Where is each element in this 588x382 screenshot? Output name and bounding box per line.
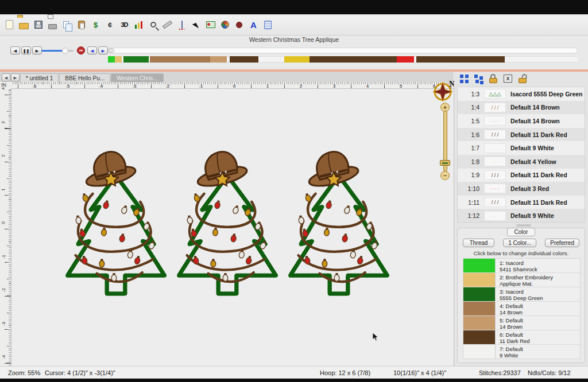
thread-row[interactable]: 1:9 / / / Default 11 Dark Red [458,169,585,182]
color-swatch[interactable] [463,287,496,301]
open-file-icon[interactable] [17,17,30,32]
panel-resize-handle[interactable] [516,224,531,227]
color-row[interactable]: 1: Isacord5411 Shamrock [463,259,580,273]
cent-resize-icon[interactable]: ¢ [103,17,117,32]
tab-scroll-left-icon[interactable]: ◀ [2,73,10,81]
thread-number: 1:6 [462,131,479,138]
3d-view-icon[interactable]: 3D [118,17,131,32]
ruler-left-label: -1 [1,254,6,258]
stitch-scrubber-track[interactable] [108,48,578,53]
stitch-color-bar[interactable] [108,56,578,63]
color-list: 1: Isacord5411 Shamrock 2: Brother Embro… [463,258,581,359]
color-swatch[interactable] [463,345,496,358]
playback-controls: ◀ ❚❚ ▶ ◀ ▶ [0,46,588,56]
thread-row[interactable]: 1:12 · · · Default 9 White [458,209,585,223]
tab-western-christmas[interactable]: Western Chris... [111,73,164,82]
color-segment [505,56,578,63]
color-swatch[interactable] [463,330,496,344]
thread-row[interactable]: 1:10 · · · Default 3 Red [458,182,585,196]
tab-untitled[interactable]: * untitled 1 [20,73,59,82]
speed-slider[interactable] [41,50,74,52]
color-row[interactable]: 6: Default11 Dark Red [463,330,580,345]
paste-icon[interactable] [75,17,88,32]
thread-thumbnail: · · · [484,211,506,221]
bottom-bar [0,379,588,382]
color-caption: Click below to change individual colors. [458,250,585,256]
canvas-zoom-slider[interactable]: + − [439,103,451,180]
step-forward-button[interactable]: ▶ [98,46,108,54]
thread-row[interactable]: 1:3 △△△ Isacord 5555 Deep Green [458,87,585,101]
save-icon[interactable] [32,17,45,32]
thread-button[interactable]: Thread [463,239,494,247]
status-zoom: Zoom: 55% [8,369,40,376]
thread-row[interactable]: 1:5 · · · Default 14 Brown [458,114,585,128]
thread-name: Default 14 Brown [510,118,560,124]
thread-row[interactable]: 1:11 / / / Default 11 Dark Red [458,196,585,209]
color-row[interactable]: 7: Default9 White [463,345,580,359]
zoom-slider-handle[interactable] [440,160,450,166]
delete-box-icon[interactable]: X [504,75,512,83]
notes-page-icon[interactable] [261,17,274,32]
color-group-icon[interactable] [460,75,463,78]
stitch-scrubber-thumb[interactable] [109,48,114,53]
one-color-button[interactable]: 1 Color... [503,239,536,247]
embroidery-design-3[interactable] [288,146,390,298]
thread-number: 1:5 [462,118,479,124]
color-swatch[interactable] [463,316,496,330]
status-stitches: Stitches:29337 [479,369,521,376]
unlock-icon[interactable] [518,73,527,84]
thread-spool-icon[interactable] [233,17,246,32]
color-row[interactable]: 2: Brother EmbroideryApplique Mat. [463,273,580,287]
color-row[interactable]: 5: Default14 Brown [463,316,580,330]
speed-slider-thumb[interactable] [62,48,68,54]
ruler-left-label: 1 [1,188,6,190]
color-swatch[interactable] [463,273,496,287]
status-hoop: Hoop: 12 x 6 (7/8) [320,369,370,376]
color-sequence-icon[interactable] [474,75,478,78]
thread-row[interactable]: 1:6 / / / Default 11 Dark Red [458,128,585,142]
image-frame-icon[interactable] [204,17,217,32]
lock-icon[interactable] [489,73,498,84]
machine-needle-icon[interactable] [175,17,188,32]
color-swatch[interactable] [463,302,496,315]
rewind-button[interactable]: ◀ [10,46,20,54]
color-row[interactable]: 3: Isacord5555 Deep Green [463,287,580,302]
pointer-icon[interactable] [189,17,203,32]
ruler-top-label: -3 [132,84,136,89]
thread-row[interactable]: 1:8 · · · Default 4 Yellow [458,155,585,169]
thread-row[interactable]: 1:4 / / / Default 14 Brown [458,101,585,115]
pause-button[interactable]: ❚❚ [21,46,31,54]
design-wheel-icon[interactable] [218,17,231,32]
print-icon[interactable] [46,17,59,32]
thread-row[interactable]: 1:7 · · · Default 9 White [458,141,585,155]
tab-scroll-right-icon[interactable]: ▶ [11,73,20,81]
zoom-out-button[interactable]: − [440,171,450,180]
design-canvas[interactable] [11,89,454,366]
ruler-top-label: 4 [366,84,369,89]
color-label: 4: Default14 Brown [496,302,580,315]
zoom-icon[interactable] [146,17,160,32]
copy-icon[interactable] [60,17,74,32]
color-label: 7: Default9 White [496,345,580,358]
embroidery-design-2[interactable] [176,146,278,298]
color-swatch[interactable] [463,259,496,272]
lettering-icon[interactable]: A [247,17,260,32]
play-button[interactable]: ▶ [32,46,42,54]
measure-icon[interactable] [161,17,174,32]
step-back-button[interactable]: ◀ [87,46,97,54]
embroidery-design-1[interactable] [65,146,167,298]
mouse-cursor [372,333,379,342]
new-document-icon[interactable] [3,17,16,32]
thread-name: Default 9 White [510,145,554,151]
thread-list: 1:3 △△△ Isacord 5555 Deep Green 1:4 / / … [457,87,585,223]
tab-bbe-hello[interactable]: BBE Hello Pu... [59,73,110,82]
thread-name: Isacord 5555 Deep Green [510,91,582,98]
dollar-resize-icon[interactable]: $ [89,17,102,32]
color-chart-icon[interactable] [132,17,145,32]
thread-number: 1:8 [462,158,479,165]
ruler-left-label: -2 [1,288,6,292]
color-segment [284,56,310,63]
stop-button[interactable] [77,46,85,54]
preferred-button[interactable]: Preferred [545,239,579,247]
color-row[interactable]: 4: Default14 Brown [463,302,580,316]
